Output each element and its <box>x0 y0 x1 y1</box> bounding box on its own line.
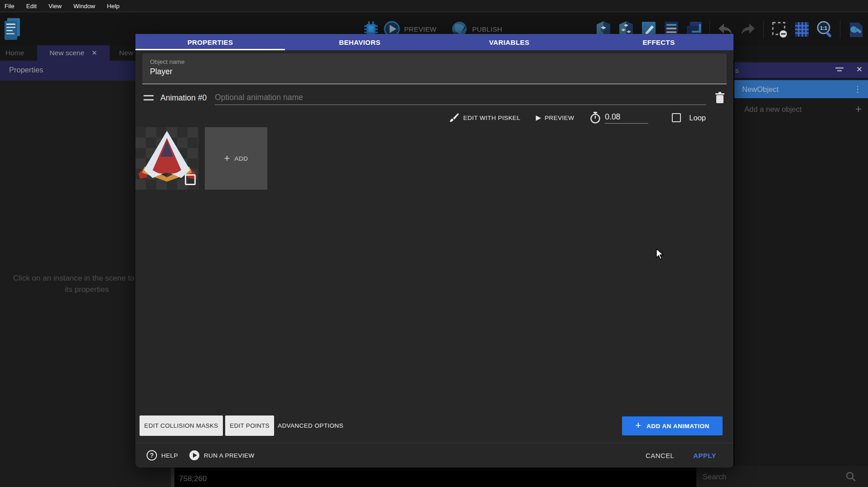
add-frame-button[interactable]: + ADD <box>205 127 267 190</box>
sprite-frame-thumbnail[interactable] <box>135 127 198 190</box>
project-manager-icon[interactable] <box>4 17 21 41</box>
loop-label: Loop <box>689 114 706 122</box>
help-button[interactable]: ? HELP <box>146 450 178 461</box>
plus-icon: + <box>635 420 641 431</box>
frame-select-checkbox[interactable] <box>185 174 196 185</box>
panel-resize-gutter[interactable] <box>171 468 174 487</box>
menu-help[interactable]: Help <box>107 3 120 10</box>
animation-name-input[interactable] <box>215 91 706 105</box>
mouse-cursor <box>656 248 664 260</box>
objects-panel-header: s ✕ <box>734 62 868 78</box>
statusbar: 758;260 <box>174 471 696 487</box>
redo-icon[interactable] <box>739 20 757 39</box>
objects-panel-close-icon[interactable]: ✕ <box>856 65 863 74</box>
brush-icon <box>448 112 459 123</box>
tab-home[interactable]: Home <box>5 45 24 61</box>
search-icon[interactable] <box>845 471 856 482</box>
menu-edit[interactable]: Edit <box>26 3 37 10</box>
apply-button[interactable]: APPLY <box>693 452 716 459</box>
preview-play-glyph: ▶ <box>536 114 541 122</box>
edit-points-button[interactable]: EDIT POINTS <box>225 415 274 436</box>
toolbar-separator <box>840 20 840 38</box>
object-name-input[interactable] <box>150 67 716 76</box>
dialog-footer: ? HELP RUN A PREVIEW CANCEL APPLY <box>135 443 733 468</box>
menu-view[interactable]: View <box>48 3 62 10</box>
tab-new-scene-label: New scene <box>49 49 84 57</box>
svg-text:1:1: 1:1 <box>820 25 827 31</box>
add-an-animation-label: ADD AN ANIMATION <box>646 423 709 430</box>
edit-collision-masks-button[interactable]: EDIT COLLISION MASKS <box>140 415 223 436</box>
project-settings-wrench-icon[interactable] <box>847 20 864 39</box>
search-input[interactable] <box>703 470 839 483</box>
tab-behaviors[interactable]: BEHAVIORS <box>285 34 434 50</box>
object-name: NewObject <box>742 85 779 94</box>
tab-variables[interactable]: VARIABLES <box>434 34 584 50</box>
tab-close-icon[interactable]: ✕ <box>92 49 97 57</box>
deselect-mask-icon[interactable] <box>771 20 788 39</box>
preview-button[interactable]: PREVIEW <box>404 25 436 33</box>
animation-tools-row: EDIT WITH PISKEL ▶ PREVIEW Loop <box>135 108 706 128</box>
add-an-animation-button[interactable]: + ADD AN ANIMATION <box>622 416 723 435</box>
add-object-row[interactable]: Add a new object + <box>734 100 868 118</box>
menu-window[interactable]: Window <box>73 3 95 10</box>
animation-header-row: Animation #0 <box>144 89 725 107</box>
animation-title: Animation #0 <box>160 93 207 103</box>
delete-animation-trash-icon[interactable] <box>714 91 725 104</box>
objects-panel: s ✕ NewObject ⋮ Add a new object + <box>734 61 868 487</box>
menu-file[interactable]: File <box>5 3 14 10</box>
tab-properties[interactable]: PROPERTIES <box>135 34 285 50</box>
run-a-preview-button[interactable]: RUN A PREVIEW <box>189 450 255 461</box>
add-object-label: Add a new object <box>744 105 802 114</box>
help-icon: ? <box>146 450 157 461</box>
grid-icon[interactable] <box>793 20 810 39</box>
objects-panel-title: s <box>735 67 739 74</box>
cancel-button[interactable]: CANCEL <box>646 452 674 459</box>
drag-handle-icon[interactable] <box>144 95 154 100</box>
run-a-preview-label: RUN A PREVIEW <box>204 452 255 459</box>
zoom-1-1-icon[interactable]: 1:1 <box>816 20 833 39</box>
tab-new-scene[interactable]: New scene ✕ <box>37 45 110 61</box>
run-preview-icon <box>189 450 200 461</box>
tab-partial[interactable]: New <box>119 45 133 61</box>
plus-icon: + <box>224 153 230 164</box>
tab-effects[interactable]: EFFECTS <box>584 34 733 50</box>
object-menu-icon[interactable]: ⋮ <box>854 86 862 92</box>
gdevelop-window: File Edit View Window Help <box>0 0 868 487</box>
animation-preview-button[interactable]: PREVIEW <box>545 115 574 121</box>
object-name-field[interactable]: Object name <box>142 53 727 84</box>
search-bar <box>696 466 868 487</box>
help-label: HELP <box>161 452 178 459</box>
menubar: File Edit View Window Help <box>0 0 868 12</box>
cursor-coordinates: 758;260 <box>179 474 207 483</box>
advanced-options-button[interactable]: ADVANCED OPTIONS <box>278 415 343 436</box>
object-name-label: Object name <box>150 58 727 65</box>
time-between-frames-input[interactable] <box>605 112 648 124</box>
dialog-tabbar: PROPERTIES BEHAVIORS VARIABLES EFFECTS <box>135 34 733 50</box>
publish-button[interactable]: PUBLISH <box>472 25 502 33</box>
add-object-plus-icon[interactable]: + <box>855 103 862 115</box>
add-frame-label: ADD <box>234 155 248 162</box>
edit-with-piskel-button[interactable]: EDIT WITH PISKEL <box>463 115 520 121</box>
filter-icon[interactable] <box>835 67 844 74</box>
toolbar-separator <box>763 20 764 38</box>
object-list-item-selected[interactable]: NewObject ⋮ <box>734 80 868 98</box>
stopwatch-icon <box>589 111 601 124</box>
object-editor-dialog: PROPERTIES BEHAVIORS VARIABLES EFFECTS O… <box>135 34 733 468</box>
svg-text:?: ? <box>150 452 154 459</box>
loop-checkbox[interactable] <box>672 113 681 122</box>
